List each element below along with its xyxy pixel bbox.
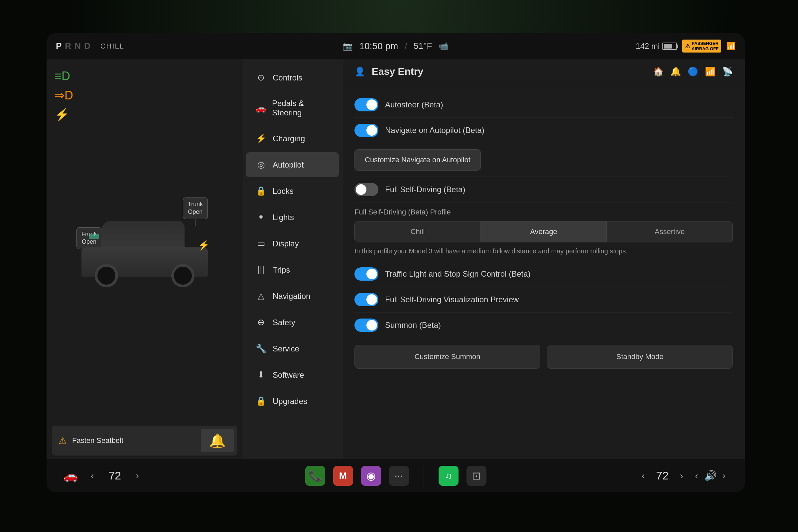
bell-icon[interactable]: 🔔: [670, 66, 681, 77]
nav-autopilot-label: Navigate on Autopilot (Beta): [385, 126, 733, 135]
customize-summon-button[interactable]: Customize Summon: [355, 345, 540, 369]
profile-chill-button[interactable]: Chill: [355, 222, 481, 242]
cellular-icon[interactable]: 📶: [705, 66, 716, 77]
settings-title: Easy Entry: [372, 66, 646, 77]
menu-item-lights[interactable]: ✦ Lights: [246, 205, 339, 230]
taskbar-divider: [424, 466, 424, 486]
fsd-profile-description: In this profile your Model 3 will have a…: [355, 246, 733, 256]
software-icon: ⬇: [255, 370, 267, 380]
fsd-toggle[interactable]: [355, 183, 378, 196]
taskbar-right: ‹ 72 › ‹ 🔊 ›: [487, 468, 728, 484]
gear-d[interactable]: D: [84, 41, 91, 51]
menu-label-charging: Charging: [273, 134, 305, 143]
airbag-warning: ⚠ PASSENGERAIRBAG OFF: [682, 40, 721, 53]
nav-autopilot-toggle[interactable]: [355, 124, 378, 137]
gear-n[interactable]: N: [75, 41, 81, 51]
traffic-light-toggle[interactable]: [355, 267, 378, 281]
m-icon: M: [339, 471, 347, 481]
menu-item-display[interactable]: ▭ Display: [246, 231, 339, 256]
upgrades-icon: 🔒: [255, 396, 267, 406]
menu-label-navigation: Navigation: [273, 291, 310, 301]
dashcam-icon: 📹: [439, 41, 449, 51]
menu-label-software: Software: [273, 370, 304, 380]
menu-label-upgrades: Upgrades: [273, 397, 307, 406]
center-status: 📷 10:50 pm / 51°F 📹: [343, 41, 449, 52]
menu-label-locks: Locks: [273, 187, 293, 196]
wifi-icon[interactable]: 📡: [722, 66, 733, 77]
autopilot-icon: ◎: [255, 159, 267, 170]
taskbar-center: 📞 M ◉ ··· ♫ ⊡: [305, 466, 487, 486]
settings-panel: 👤 Easy Entry 🏠 🔔 🔵 📶 📡 Autosteer (Beta): [342, 59, 745, 459]
menu-item-autopilot[interactable]: ◎ Autopilot: [246, 152, 339, 177]
fsd-viz-label: Full Self-Driving Visualization Preview: [385, 295, 733, 304]
trips-icon: |||: [255, 265, 267, 275]
nav-autopilot-row: Navigate on Autopilot (Beta): [355, 118, 733, 143]
home-icon[interactable]: 🏠: [653, 66, 664, 77]
fsd-label: Full Self-Driving (Beta): [385, 185, 733, 194]
more-app-icon[interactable]: ···: [389, 466, 409, 486]
standby-mode-button[interactable]: Standby Mode: [547, 345, 733, 369]
car-taskbar-icon[interactable]: 🚗: [63, 469, 78, 483]
menu-item-controls[interactable]: ⊙ Controls: [246, 65, 339, 90]
pedals-icon: 🚗: [255, 103, 266, 113]
volume-right-arrow[interactable]: ›: [720, 468, 728, 484]
signal-icon: 📶: [726, 42, 736, 51]
taskbar-left: 🚗 ‹ 72 ›: [63, 468, 305, 484]
car-headlight: [89, 234, 99, 239]
summon-row: Summon (Beta): [355, 312, 733, 338]
menu-item-charging[interactable]: ⚡ Charging: [246, 126, 339, 151]
temp-right-arrow-left[interactable]: ‹: [639, 468, 647, 484]
phone-app-icon[interactable]: 📞: [305, 466, 325, 486]
right-temp: 72: [654, 469, 671, 482]
status-bar: P R N D CHILL 📷 10:50 pm / 51°F 📹 142 mi…: [46, 33, 745, 59]
spotify-app-icon[interactable]: ♫: [439, 466, 458, 486]
menu-item-software[interactable]: ⬇ Software: [246, 362, 339, 387]
menu-label-service: Service: [273, 344, 299, 354]
left-temp: 72: [107, 469, 123, 482]
traffic-light-label: Traffic Light and Stop Sign Control (Bet…: [385, 269, 733, 279]
seat-diagram: 🔔: [201, 429, 234, 452]
profile-icon: 👤: [355, 66, 365, 77]
circle-app-icon[interactable]: ◉: [361, 466, 381, 486]
camera-app-icon[interactable]: ⊡: [467, 466, 487, 486]
battery-mileage: 142 mi: [636, 41, 660, 51]
battery-info: 142 mi: [636, 41, 677, 51]
charging-icon: ⚡: [255, 133, 267, 144]
volume-icon[interactable]: 🔊: [704, 470, 717, 481]
autosteer-toggle[interactable]: [355, 98, 378, 111]
camera-icon: 📷: [343, 41, 353, 51]
menu-item-service[interactable]: 🔧 Service: [246, 336, 339, 361]
menu-label-display: Display: [273, 239, 299, 248]
gear-r[interactable]: R: [65, 41, 71, 51]
gear-selector: P R N D: [56, 41, 91, 51]
autosteer-label: Autosteer (Beta): [385, 100, 733, 109]
locks-icon: 🔒: [255, 186, 267, 196]
customize-nav-button[interactable]: Customize Navigate on Autopilot: [355, 149, 481, 171]
temp-left-arrow-right[interactable]: ›: [133, 468, 141, 484]
fsd-viz-toggle[interactable]: [355, 293, 378, 306]
menu-item-locks[interactable]: 🔒 Locks: [246, 178, 339, 204]
main-screen: P R N D CHILL 📷 10:50 pm / 51°F 📹 142 mi…: [46, 33, 745, 492]
menu-item-trips[interactable]: ||| Trips: [246, 258, 339, 282]
profile-assertive-button[interactable]: Assertive: [607, 222, 733, 242]
settings-body: Autosteer (Beta) Navigate on Autopilot (…: [342, 84, 745, 383]
summon-toggle[interactable]: [355, 319, 378, 332]
media-app-icon[interactable]: M: [333, 466, 353, 486]
circle-icon: ◉: [366, 470, 376, 482]
camera-icon-tb: ⊡: [472, 470, 481, 482]
temp-right-arrow-right[interactable]: ›: [677, 468, 686, 484]
volume-left-arrow[interactable]: ‹: [692, 468, 701, 484]
alert-text: Fasten Seatbelt: [72, 436, 124, 445]
fsd-profile-label: Full Self-Driving (Beta) Profile: [355, 208, 733, 216]
main-content: ≡D ⇒D ⚡ TrunkOpen FrunkOpen: [46, 59, 745, 459]
menu-item-navigation[interactable]: △ Navigation: [246, 284, 339, 308]
menu-item-upgrades[interactable]: 🔒 Upgrades: [246, 389, 339, 414]
profile-average-button[interactable]: Average: [481, 222, 607, 242]
menu-item-pedals[interactable]: 🚗 Pedals & Steering: [246, 92, 339, 125]
navigation-icon: △: [255, 291, 267, 301]
bluetooth-icon[interactable]: 🔵: [688, 66, 698, 77]
menu-item-safety[interactable]: ⊕ Safety: [246, 310, 339, 335]
temp-left-arrow-left[interactable]: ‹: [88, 468, 96, 484]
fsd-viz-row: Full Self-Driving Visualization Preview: [355, 287, 733, 312]
gear-p[interactable]: P: [56, 41, 61, 51]
